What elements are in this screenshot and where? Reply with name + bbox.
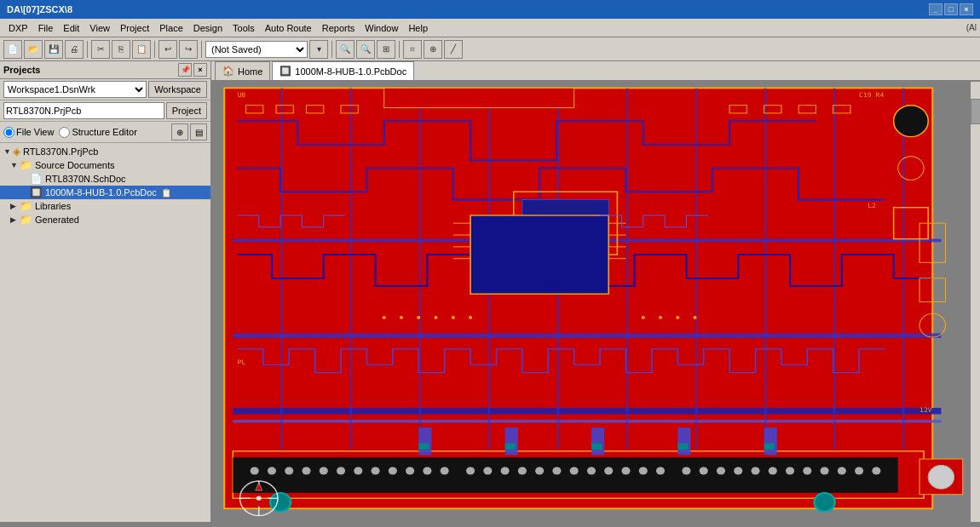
menu-dxp[interactable]: DXP — [3, 21, 33, 35]
tree-generated[interactable]: ▶ 📁 Generated — [0, 213, 210, 226]
tree-schdoc[interactable]: 📄 RTL8370N.SchDoc — [0, 172, 210, 186]
tree-source-docs[interactable]: ▼ 📁 Source Documents — [0, 158, 210, 172]
sep-3 — [201, 41, 202, 58]
view-icon-1[interactable]: ⊕ — [171, 123, 188, 140]
menu-reports[interactable]: Reports — [317, 21, 360, 35]
menu-place[interactable]: Place — [154, 21, 188, 35]
expand-gen-icon: ▶ — [10, 215, 17, 224]
menu-file[interactable]: File — [33, 21, 59, 35]
svg-point-71 — [821, 467, 829, 474]
tree-pcbdoc-label: 1000M-8-HUB-1.0.PcbDoc — [45, 187, 157, 198]
expand-libs-icon: ▶ — [10, 202, 17, 210]
menu-autoroute[interactable]: Auto Route — [260, 21, 317, 35]
svg-rect-107 — [677, 427, 690, 455]
vertical-scrollbar[interactable] — [970, 82, 980, 522]
svg-point-91 — [257, 496, 262, 501]
svg-point-61 — [639, 467, 648, 474]
project-folder-icon: ◈ — [13, 146, 20, 158]
source-folder-icon: 📁 — [20, 159, 32, 171]
menu-view[interactable]: View — [84, 21, 115, 35]
toolbar-print[interactable]: 🖨 — [65, 40, 84, 59]
svg-point-57 — [570, 467, 579, 474]
toolbar-zoom-in[interactable]: 🔍 — [336, 40, 355, 59]
svg-rect-105 — [505, 427, 518, 455]
not-saved-select[interactable]: (Not Saved) — [205, 41, 308, 58]
toolbar-zoom-out[interactable]: 🔍 — [356, 40, 375, 59]
tab-home[interactable]: 🏠 Home — [215, 61, 270, 80]
svg-point-50 — [441, 467, 449, 474]
project-input[interactable] — [3, 102, 164, 119]
toolbar-open[interactable]: 📂 — [24, 40, 43, 59]
toolbar-redo[interactable]: ↪ — [179, 40, 198, 59]
svg-rect-6 — [280, 88, 283, 450]
project-row: Project — [0, 100, 210, 122]
workspace-select[interactable]: Workspace1.DsnWrk — [3, 81, 147, 98]
svg-point-72 — [838, 467, 846, 474]
svg-point-46 — [371, 467, 379, 474]
svg-point-51 — [466, 467, 475, 474]
tree-area: ▼ ◈ RTL8370N.PrjPcb ▼ 📁 Source Documents… — [0, 143, 210, 522]
svg-point-42 — [302, 467, 310, 474]
pcb-canvas[interactable]: U8 R22 C44 C19 R4 L2 12V PL — [211, 82, 980, 522]
tree-schdoc-label: RTL8370N.SchDoc — [45, 174, 126, 184]
menu-design[interactable]: Design — [188, 21, 228, 35]
projects-header: Projects 📌 × — [0, 61, 210, 79]
file-view-radio[interactable]: File View — [3, 127, 54, 138]
svg-point-84 — [452, 316, 455, 319]
pcb-doc-badge: 📋 — [161, 188, 171, 198]
svg-point-48 — [406, 467, 414, 474]
menu-tools[interactable]: Tools — [228, 21, 260, 35]
svg-point-40 — [268, 467, 276, 474]
toolbar-new[interactable]: 📄 — [3, 40, 22, 59]
tree-pcbdoc[interactable]: 🔲 1000M-8-HUB-1.0.PcbDoc 📋 — [0, 186, 210, 199]
tab-pcbdoc[interactable]: 🔲 1000M-8-HUB-1.0.PcbDoc — [272, 61, 414, 80]
scrollbar-thumb[interactable] — [971, 99, 980, 124]
toolbar-paste[interactable]: 📋 — [132, 40, 151, 59]
toolbar-copy[interactable]: ⎘ — [112, 40, 130, 59]
svg-rect-116 — [384, 88, 574, 107]
libs-folder-icon: 📁 — [20, 200, 32, 212]
tab-home-label: Home — [238, 66, 262, 77]
view-icon-2[interactable]: ▤ — [190, 123, 207, 140]
toolbar-route[interactable]: ⌗ — [403, 40, 422, 59]
pcb-board-svg: U8 R22 C44 C19 R4 L2 12V PL — [211, 82, 980, 522]
project-button[interactable]: Project — [166, 102, 207, 119]
menu-project[interactable]: Project — [115, 21, 154, 35]
menu-window[interactable]: Window — [360, 21, 403, 35]
toolbar-component[interactable]: ⊕ — [424, 40, 442, 59]
svg-point-63 — [682, 467, 690, 474]
app-title: DA\[07]ZSCX\8 — [7, 4, 72, 14]
panel-close-button[interactable]: × — [193, 63, 207, 77]
toolbar-dropdown[interactable]: ▾ — [309, 40, 328, 59]
close-button[interactable]: × — [960, 3, 973, 15]
minimize-button[interactable]: _ — [929, 3, 943, 15]
tree-root[interactable]: ▼ ◈ RTL8370N.PrjPcb — [0, 145, 210, 158]
svg-rect-108 — [764, 427, 777, 455]
view-row: File View Structure Editor ⊕ ▤ — [0, 122, 210, 143]
toolbar-zoom-fit[interactable]: ⊞ — [377, 40, 395, 59]
svg-point-47 — [389, 467, 397, 474]
menu-help[interactable]: Help — [403, 21, 433, 35]
structure-editor-radio[interactable]: Structure Editor — [59, 127, 136, 138]
structure-editor-label: Structure Editor — [72, 127, 136, 137]
canvas-area: 🏠 Home 🔲 1000M-8-HUB-1.0.PcbDoc — [211, 61, 980, 522]
maximize-button[interactable]: □ — [944, 3, 958, 15]
svg-point-43 — [320, 467, 328, 474]
svg-point-80 — [383, 316, 386, 319]
panel-pin-button[interactable]: 📌 — [178, 63, 192, 77]
toolbar-save[interactable]: 💾 — [44, 40, 63, 59]
svg-rect-111 — [591, 444, 602, 450]
toolbar-undo[interactable]: ↩ — [159, 40, 177, 59]
tree-libraries[interactable]: ▶ 📁 Libraries — [0, 199, 210, 213]
svg-rect-11 — [625, 88, 628, 450]
svg-point-53 — [501, 467, 510, 474]
svg-point-59 — [604, 467, 613, 474]
svg-point-74 — [872, 467, 880, 474]
workspace-button[interactable]: Workspace — [148, 81, 207, 98]
toolbar-cut[interactable]: ✂ — [91, 40, 110, 59]
tree-source-docs-label: Source Documents — [35, 160, 115, 170]
svg-point-88 — [676, 316, 679, 319]
toolbar-wire[interactable]: ╱ — [444, 40, 463, 59]
svg-point-81 — [400, 316, 403, 319]
menu-edit[interactable]: Edit — [58, 21, 84, 35]
